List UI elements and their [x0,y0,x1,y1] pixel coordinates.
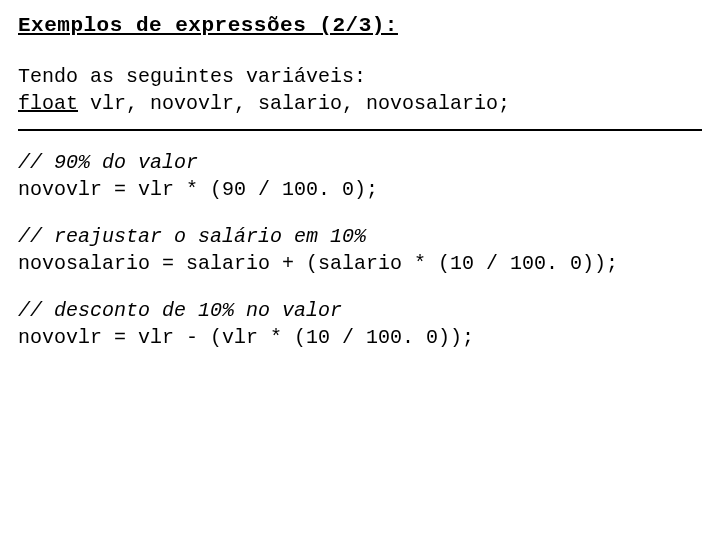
code-line: novovlr = vlr - (vlr * (10 / 100. 0)); [18,324,702,351]
type-keyword: float [18,92,78,115]
slide: Exemplos de expressões (2/3): Tendo as s… [0,0,720,369]
intro-block: Tendo as seguintes variáveis: float vlr,… [18,63,702,117]
spacer [18,277,702,297]
declaration-vars: vlr, novovlr, salario, novosalario; [78,92,510,115]
example-2: // reajustar o salário em 10% novosalari… [18,223,702,277]
page-title: Exemplos de expressões (2/3): [18,14,702,37]
example-3: // desconto de 10% no valor novovlr = vl… [18,297,702,351]
spacer [18,203,702,223]
comment-line: // desconto de 10% no valor [18,297,702,324]
declaration-line: float vlr, novovlr, salario, novosalario… [18,90,702,117]
code-line: novovlr = vlr * (90 / 100. 0); [18,176,702,203]
code-line: novosalario = salario + (salario * (10 /… [18,250,702,277]
comment-line: // reajustar o salário em 10% [18,223,702,250]
divider [18,129,702,131]
example-1: // 90% do valor novovlr = vlr * (90 / 10… [18,149,702,203]
comment-line: // 90% do valor [18,149,702,176]
intro-line: Tendo as seguintes variáveis: [18,63,702,90]
